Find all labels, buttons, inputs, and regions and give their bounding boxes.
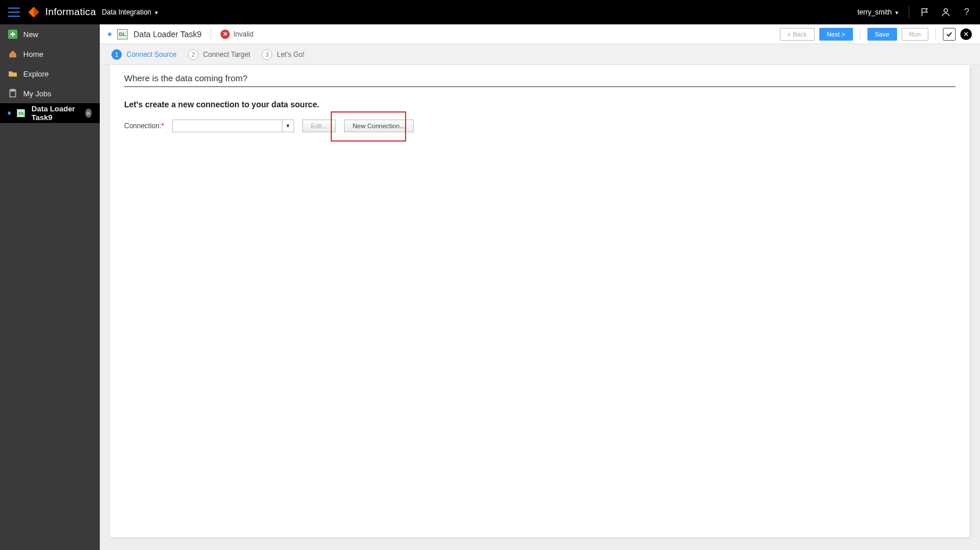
user-name: terry_smith [858,8,892,16]
task-toolbar: DL Data Loader Task9 ✕ Invalid < Back Ne… [100,24,980,44]
sidebar-item-label: Explore [23,70,49,78]
product-switcher[interactable]: Data Integration ▾ [102,8,157,16]
section-subtitle: Let's create a new connection to your da… [124,100,956,109]
separator [860,28,860,40]
sidebar-item-label: Home [23,50,44,59]
step-label: Connect Source [126,50,176,59]
step-connect-source[interactable]: 1 Connect Source [111,49,176,60]
home-icon [8,49,17,59]
separator [935,28,936,40]
plus-icon [8,30,17,39]
unsaved-dot-icon [108,32,111,36]
task-type-icon: DL [117,29,128,39]
close-tab-icon[interactable]: ✕ [85,108,92,118]
connection-label: Connection:* [124,122,164,130]
task-icon: DL [16,108,26,118]
back-button[interactable]: < Back [780,28,815,41]
step-number-icon: 1 [111,49,122,60]
separator [909,6,909,18]
svg-point-2 [944,9,948,12]
step-label: Connect Target [203,50,250,59]
run-button[interactable]: Run [902,28,928,41]
user-menu[interactable]: terry_smith ▾ [858,8,898,16]
flag-icon[interactable] [920,7,930,17]
user-icon[interactable] [941,7,951,17]
connection-input[interactable] [173,120,282,132]
sidebar-item-new[interactable]: New [0,24,100,44]
section-title: Where is the data coming from? [124,73,956,87]
sidebar-item-label: Data Loader Task9 [31,104,79,122]
product-name: Data Integration [102,8,151,16]
unsaved-dot-icon [8,111,10,115]
svg-rect-5 [11,89,15,91]
brand-name: Informatica [45,6,96,18]
chevron-down-icon: ▾ [895,9,898,16]
next-button[interactable]: Next > [819,28,853,41]
step-number-icon: 3 [262,49,272,60]
top-header: Informatica Data Integration ▾ terry_smi… [0,0,980,24]
clipboard-icon [8,89,17,98]
step-label: Let's Go! [277,50,305,59]
sidebar-item-label: My Jobs [23,89,51,98]
status-text: Invalid [233,30,254,38]
help-icon[interactable]: ? [961,7,972,17]
edit-connection-button[interactable]: Edit... [302,120,336,132]
task-title: Data Loader Task9 [133,30,201,39]
connection-row: Connection:* ▼ Edit... New Connection... [124,120,414,132]
validate-button[interactable] [943,28,956,41]
folder-icon [8,69,17,78]
chevron-down-icon[interactable]: ▼ [282,120,294,132]
sidebar-item-label: New [23,30,38,39]
brand-logo-icon [27,5,41,19]
menu-icon[interactable] [8,8,20,17]
error-icon: ✕ [220,30,230,39]
chevron-down-icon: ▾ [155,9,158,16]
sidebar-item-task[interactable]: DL Data Loader Task9 ✕ [0,103,100,123]
close-task-button[interactable]: ✕ [960,28,972,40]
main-area: DL Data Loader Task9 ✕ Invalid < Back Ne… [100,24,980,550]
sidebar: New Home Explore My Jobs DL Data Loade [0,24,100,550]
status-badge: ✕ Invalid [220,30,254,39]
separator [211,28,211,40]
wizard-stepper: 1 Connect Source 2 Connect Target 3 Let'… [100,44,980,65]
sidebar-item-home[interactable]: Home [0,44,100,64]
new-connection-button[interactable]: New Connection... [344,120,414,132]
sidebar-item-myjobs[interactable]: My Jobs [0,84,100,103]
content-panel: Where is the data coming from? Let's cre… [110,65,970,537]
connection-combobox[interactable]: ▼ [172,120,294,132]
save-button[interactable]: Save [867,28,897,41]
step-number-icon: 2 [188,49,198,60]
svg-marker-1 [34,7,39,17]
step-connect-target[interactable]: 2 Connect Target [188,49,250,60]
svg-text:DL: DL [19,111,25,116]
sidebar-item-explore[interactable]: Explore [0,64,100,84]
step-lets-go[interactable]: 3 Let's Go! [262,49,305,60]
